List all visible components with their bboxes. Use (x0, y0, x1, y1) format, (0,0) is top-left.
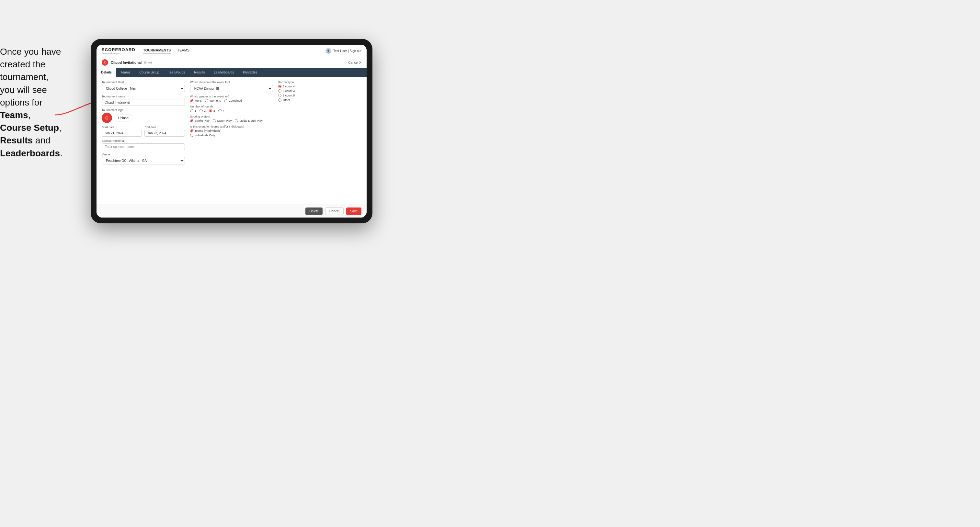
user-avatar: 👤 (326, 48, 331, 54)
action-bar: Delete Cancel Save (97, 205, 367, 217)
format-5count4-radio[interactable] (278, 85, 282, 88)
venue-select[interactable]: Peachtree GC - Atlanta - GA (102, 157, 185, 164)
gender-group: Which gender is the event for? Mens Wome… (190, 95, 273, 102)
main-content: Tournament Host Clippd College - Men Tou… (97, 77, 367, 217)
scoring-match-radio[interactable] (213, 119, 216, 122)
rounds-label: Number of rounds (190, 105, 273, 108)
format-other-radio[interactable] (278, 98, 282, 102)
tournament-title: C Clippd Invitational (Men) (102, 59, 152, 66)
division-select[interactable]: NCAA Division III (190, 85, 273, 92)
tab-bar: Details Teams Course Setup Tee Groups Re… (97, 68, 367, 77)
form-column-2: Which division is the event for? NCAA Di… (190, 81, 273, 201)
tournament-name: Clippd Invitational (111, 60, 142, 64)
end-date-group: End date (145, 125, 185, 137)
scoring-stroke[interactable]: Stroke Play (190, 119, 210, 122)
gender-radio-group: Mens Womens Combined (190, 99, 273, 102)
rounds-2-radio[interactable] (199, 109, 203, 112)
gender-mens[interactable]: Mens (190, 99, 202, 102)
gender-combined-radio[interactable] (224, 99, 228, 102)
tab-course-setup[interactable]: Course Setup (135, 68, 164, 77)
form-column-1: Tournament Host Clippd College - Men Tou… (102, 81, 185, 201)
venue-label: Venue (102, 153, 185, 156)
rounds-2[interactable]: 2 (199, 109, 206, 112)
delete-button[interactable]: Delete (305, 208, 323, 215)
division-group: Which division is the event for? NCAA Di… (190, 81, 273, 92)
tournament-host-label: Tournament Host (102, 81, 185, 84)
sponsor-label: Sponsor (optional) (102, 139, 185, 143)
start-date-input[interactable] (102, 130, 142, 137)
save-button[interactable]: Save (346, 208, 361, 215)
user-area: 👤 Test User | Sign out (326, 48, 361, 54)
gender-mens-radio[interactable] (190, 99, 193, 102)
tournament-logo: C (102, 59, 108, 66)
gender-label: Which gender is the event for? (190, 95, 273, 98)
tab-leaderboards[interactable]: Leaderboards (209, 68, 239, 77)
teams-individuals-radio[interactable] (190, 129, 193, 132)
tournament-tag: (Men) (144, 61, 152, 64)
tournament-logo-group: Tournament logo C Upload (102, 108, 185, 123)
rounds-1[interactable]: 1 (190, 109, 196, 112)
rounds-4-radio[interactable] (218, 109, 221, 112)
format-6count5-radio[interactable] (278, 94, 282, 97)
cancel-header-button[interactable]: Cancel X (348, 61, 361, 64)
tournament-name-group: Tournament name (102, 95, 185, 106)
start-date-group: Start date (102, 125, 142, 137)
format-6count4-radio[interactable] (278, 89, 282, 92)
format-other[interactable]: Other (278, 98, 361, 102)
tab-printables[interactable]: Printables (239, 68, 262, 77)
nav-tournaments[interactable]: TOURNAMENTS (143, 48, 171, 53)
gender-combined[interactable]: Combined (224, 99, 242, 102)
tournament-host-select[interactable]: Clippd College - Men (102, 85, 185, 92)
tab-details[interactable]: Details (97, 68, 116, 77)
format-label: Format type (278, 81, 361, 84)
rounds-4[interactable]: 4 (218, 109, 224, 112)
nav-links: TOURNAMENTS TEAMS (143, 48, 189, 53)
tournament-name-label: Tournament name (102, 95, 185, 98)
scoring-medal-match[interactable]: Medal Match Play (235, 119, 262, 122)
nav-teams[interactable]: TEAMS (177, 48, 189, 53)
format-radio-group: 5 count 4 6 count 4 6 count 5 Other (278, 85, 361, 102)
form-column-3: Format type 5 count 4 6 count 4 6 count … (278, 81, 361, 201)
upload-button[interactable]: Upload (115, 114, 132, 121)
format-group: Format type 5 count 4 6 count 4 6 count … (278, 81, 361, 102)
team-radio-group: Teams (+Individuals) Individuals Only (190, 129, 273, 137)
rounds-1-radio[interactable] (190, 109, 193, 112)
date-row: Start date End date (102, 125, 185, 137)
teams-individuals[interactable]: Teams (+Individuals) (190, 129, 273, 132)
tab-teams[interactable]: Teams (116, 68, 135, 77)
scoring-radio-group: Stroke Play Match Play Medal Match Play (190, 119, 273, 122)
tournament-name-input[interactable] (102, 99, 185, 106)
scoring-medal-match-radio[interactable] (235, 119, 238, 122)
format-6count5[interactable]: 6 count 5 (278, 94, 361, 97)
rounds-3-radio[interactable] (209, 109, 212, 112)
gender-womens[interactable]: Womens (205, 99, 221, 102)
gender-womens-radio[interactable] (205, 99, 208, 102)
scoring-stroke-radio[interactable] (190, 119, 193, 122)
user-label[interactable]: Test User | Sign out (333, 49, 361, 53)
start-date-label: Start date (102, 125, 142, 129)
individuals-only-radio[interactable] (190, 134, 193, 137)
individuals-only[interactable]: Individuals Only (190, 134, 273, 137)
nav-left: SCOREBOARD Powered by clippd TOURNAMENTS… (102, 47, 189, 54)
end-date-input[interactable] (145, 130, 185, 137)
format-6count4[interactable]: 6 count 4 (278, 89, 361, 92)
scoring-match[interactable]: Match Play (213, 119, 232, 122)
logo-upload-area: C Upload (102, 113, 185, 123)
division-label: Which division is the event for? (190, 81, 273, 84)
sponsor-input[interactable] (102, 143, 185, 150)
tablet-screen: SCOREBOARD Powered by clippd TOURNAMENTS… (97, 44, 367, 217)
rounds-radio-group: 1 2 3 4 (190, 109, 273, 112)
sponsor-group: Sponsor (optional) (102, 139, 185, 150)
tournament-host-group: Tournament Host Clippd College - Men (102, 81, 185, 92)
format-5count4[interactable]: 5 count 4 (278, 85, 361, 88)
tab-results[interactable]: Results (189, 68, 209, 77)
logo-circle: C (102, 113, 112, 123)
end-date-label: End date (145, 125, 185, 129)
logo-sub: Powered by clippd (102, 52, 135, 54)
tournament-header: C Clippd Invitational (Men) Cancel X (97, 57, 367, 68)
rounds-3[interactable]: 3 (209, 109, 215, 112)
logo-area: SCOREBOARD Powered by clippd (102, 47, 135, 54)
tab-tee-groups[interactable]: Tee Groups (164, 68, 189, 77)
cancel-button[interactable]: Cancel (325, 208, 344, 215)
logo-title: SCOREBOARD (102, 47, 135, 52)
